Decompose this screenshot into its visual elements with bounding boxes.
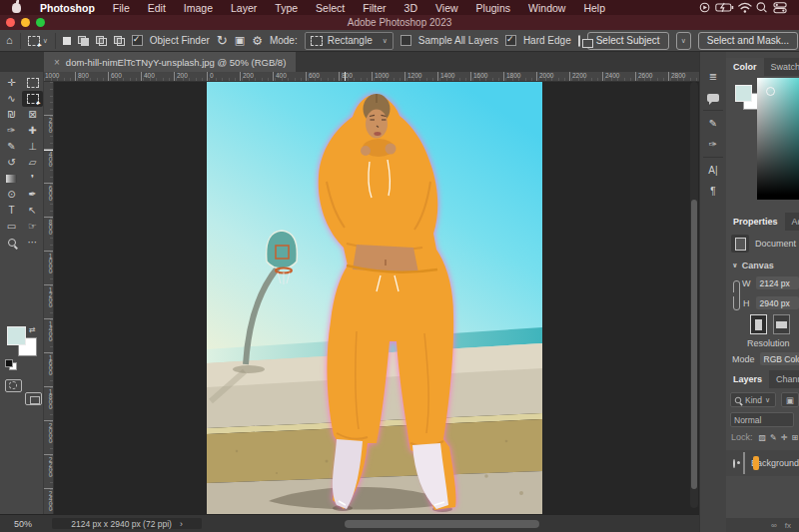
eraser-tool[interactable]: ▱ — [22, 155, 43, 171]
brushes-panel-icon[interactable]: ✑ — [700, 134, 726, 155]
menu-filter[interactable]: Filter — [354, 2, 395, 14]
menu-type[interactable]: Type — [266, 2, 307, 14]
menu-layer[interactable]: Layer — [222, 2, 266, 14]
hand-tool[interactable]: ☞ — [22, 219, 43, 235]
blend-mode-dropdown[interactable]: Normal — [730, 412, 794, 427]
menu-window[interactable]: Window — [519, 2, 574, 14]
horizontal-ruler[interactable]: 1000800600400200020040060080010001200140… — [44, 72, 699, 82]
canvas-photo[interactable] — [207, 82, 542, 514]
default-colors-icon[interactable] — [5, 359, 17, 369]
layer-row-background[interactable]: Background — [726, 450, 799, 476]
menu-photoshop[interactable]: Photoshop — [31, 2, 104, 14]
color-picker-ring[interactable] — [766, 87, 775, 96]
object-finder-checkbox[interactable] — [132, 35, 143, 46]
layer-effects-icon[interactable]: fx — [785, 521, 791, 530]
menu-plugins[interactable]: Plugins — [467, 2, 519, 14]
document-tab[interactable]: × dom-hill-nimElTcTNyY-unsplash.jpg @ 50… — [44, 52, 296, 72]
menu-view[interactable]: View — [426, 2, 467, 14]
home-icon[interactable]: ⌂ — [6, 35, 13, 46]
history-panel-icon[interactable]: ≣ — [700, 66, 726, 87]
paragraph-panel-icon[interactable]: ¶ — [700, 181, 726, 202]
select-subject-button[interactable]: Select Subject — [587, 32, 669, 50]
add-to-selection-icon[interactable] — [78, 34, 89, 48]
tab-adjustments[interactable]: Adjustments — [785, 213, 799, 231]
dodge-tool[interactable]: ⊙ — [1, 187, 22, 203]
vertical-scrollbar-thumb[interactable] — [691, 200, 697, 489]
frame-tool[interactable]: ⊠ — [22, 107, 43, 123]
tab-channels[interactable]: Channels — [769, 370, 799, 388]
brush-tool[interactable]: ✎ — [1, 139, 22, 155]
blur-tool[interactable]: ❜ — [22, 171, 43, 187]
rectangle-tool[interactable]: ▭ — [1, 219, 22, 235]
select-subject-dropdown-button[interactable]: ∨ — [676, 32, 691, 50]
color-mode-dropdown[interactable]: RGB Color — [760, 352, 799, 365]
canvas-area[interactable] — [54, 82, 699, 514]
horizontal-scrollbar-thumb[interactable] — [345, 520, 539, 528]
lasso-tool[interactable]: ∿ — [1, 91, 22, 107]
quick-mask-mode-button[interactable] — [5, 379, 22, 392]
lock-icon-0[interactable]: ▨ — [759, 433, 767, 442]
menu-edit[interactable]: Edit — [139, 2, 175, 14]
subtract-from-selection-icon[interactable] — [96, 34, 107, 48]
close-tab-icon[interactable]: × — [54, 57, 60, 68]
pen-tool[interactable]: ✒ — [22, 187, 43, 203]
vertical-scrollbar[interactable] — [690, 82, 698, 508]
object-selection-tool[interactable] — [22, 91, 43, 107]
edit-toolbar-menu[interactable]: ⋯ — [22, 235, 43, 251]
filter-type-icon[interactable]: ▣ — [781, 392, 799, 407]
status-icons-svg[interactable] — [695, 0, 791, 15]
device-processing-icon[interactable] — [578, 35, 580, 47]
crop-tool[interactable]: ₪ — [1, 107, 22, 123]
color-panel-foreground-swatch[interactable] — [735, 85, 752, 102]
brush-settings-panel-icon[interactable]: ✎ — [700, 113, 726, 134]
healing-brush-tool[interactable]: ✚ — [22, 123, 43, 139]
move-tool[interactable]: ✛ — [1, 75, 22, 91]
mode-dropdown[interactable]: Rectangle ∨ — [305, 32, 394, 50]
tab-properties[interactable]: Properties — [726, 213, 785, 231]
swap-colors-icon[interactable]: ⇄ — [29, 325, 36, 334]
hard-edge-checkbox[interactable] — [505, 35, 516, 46]
show-all-objects-icon[interactable]: ▣ — [235, 35, 245, 46]
filter-kind-dropdown[interactable]: Kind ∨ — [730, 392, 776, 407]
gear-icon[interactable]: ⚙ — [252, 35, 263, 47]
current-tool-preset[interactable]: ∨ — [28, 36, 48, 46]
layer-thumbnail[interactable] — [743, 452, 745, 474]
character-panel-icon[interactable]: A| — [700, 160, 726, 181]
height-field[interactable]: 2940 px — [756, 296, 799, 309]
new-selection-icon[interactable] — [63, 34, 71, 48]
gradient-tool[interactable] — [1, 171, 22, 187]
refresh-icon[interactable]: ↻ — [217, 34, 228, 47]
menu-image[interactable]: Image — [175, 2, 222, 14]
foreground-color-swatch[interactable] — [7, 326, 26, 345]
path-selection-tool[interactable]: ↖ — [22, 203, 43, 219]
select-and-mask-button[interactable]: Select and Mask... — [698, 32, 798, 50]
intersect-selection-icon[interactable] — [114, 34, 125, 48]
menu-3d[interactable]: 3D — [396, 2, 426, 14]
sample-all-layers-checkbox[interactable] — [400, 35, 411, 46]
width-field[interactable]: 2124 px — [756, 276, 799, 289]
landscape-orientation-button[interactable] — [773, 314, 790, 334]
zoom-tool[interactable] — [1, 235, 22, 251]
lock-icon-3[interactable]: ⊞ — [791, 433, 798, 442]
document-dimensions[interactable]: 2124 px x 2940 px (72 ppi) › — [52, 518, 202, 529]
link-layers-icon[interactable]: ∞ — [771, 521, 777, 530]
type-tool[interactable]: T — [1, 203, 22, 219]
eyedropper-tool[interactable]: ✑ — [1, 123, 22, 139]
menu-select[interactable]: Select — [307, 2, 354, 14]
rectangular-marquee-tool[interactable] — [22, 75, 43, 91]
menu-help[interactable]: Help — [574, 2, 614, 14]
screen-mode-button[interactable] — [25, 392, 42, 405]
zoom-level[interactable]: 50% — [14, 519, 32, 529]
portrait-orientation-button[interactable] — [750, 314, 767, 334]
menu-file[interactable]: File — [104, 2, 139, 14]
lock-icon-2[interactable]: ✛ — [781, 433, 788, 442]
canvas-section-header[interactable]: ∨ Canvas — [726, 261, 799, 270]
clone-stamp-tool[interactable]: ⊥ — [22, 139, 43, 155]
vertical-ruler[interactable]: 2004006008001000120014001600180020002200… — [44, 82, 54, 514]
tab-layers[interactable]: Layers — [726, 370, 769, 388]
history-brush-tool[interactable]: ↺ — [1, 155, 22, 171]
tab-color[interactable]: Color — [726, 58, 764, 76]
comments-panel-icon[interactable] — [700, 87, 726, 108]
layer-visibility-eye-icon[interactable] — [733, 459, 735, 468]
tab-swatches[interactable]: Swatches — [764, 58, 799, 76]
